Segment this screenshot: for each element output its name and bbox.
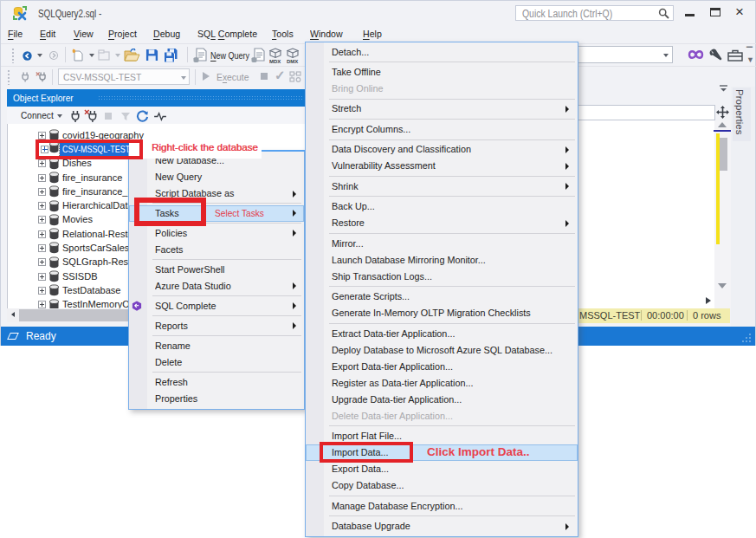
svg-text:DMX: DMX [287,59,298,64]
svg-text:MDX: MDX [269,59,281,64]
